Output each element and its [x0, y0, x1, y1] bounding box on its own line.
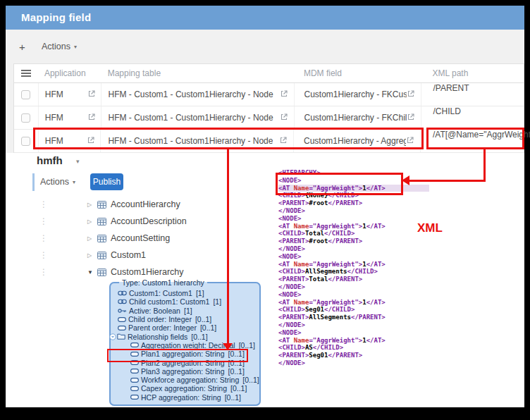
tooltip-field-cardinality: [0..1] — [228, 350, 245, 358]
tree-item-custom1[interactable]: ⋮▷Custom1 — [31, 249, 146, 261]
page-title-bar: Mapping field — [6, 6, 524, 30]
folder-icon — [117, 333, 125, 340]
expand-caret-icon[interactable]: ▷ — [87, 202, 96, 208]
pill-icon — [130, 378, 139, 383]
model-selector[interactable]: hmfh — [37, 154, 63, 166]
mdm-field-name: Custom1Hierarchy - FKChildCus... — [304, 113, 407, 123]
tooltip-field: HCP aggregation: String[0..1] — [130, 393, 259, 402]
mapping-table-section: + Actions▾ Application Mapping table MDM… — [6, 30, 524, 153]
row-checkbox[interactable] — [21, 113, 30, 123]
xml-line: <NODE> — [278, 253, 429, 261]
annotation-arrow-line — [483, 149, 486, 182]
tooltip-field-label: Parent order: Integer — [128, 323, 197, 332]
expand-caret-icon[interactable]: ▷ — [87, 235, 96, 242]
tree-item-accountdescription[interactable]: ⋮▷AccountDescription — [31, 215, 187, 228]
tooltip-field-label: HCP aggregation: String — [141, 393, 221, 402]
page-title: Mapping field — [21, 11, 91, 23]
table-row[interactable]: HFMHFM - Custom1 - Custom1Hierarchy - No… — [14, 83, 524, 106]
table-row[interactable]: HFMHFM - Custom1 - Custom1Hierarchy - No… — [14, 106, 524, 130]
external-link-icon[interactable] — [87, 113, 96, 123]
external-link-icon[interactable] — [280, 113, 288, 123]
table-row[interactable]: HFMHFM - Custom1 - Custom1Hierarchy - No… — [14, 130, 524, 153]
row-select-cell — [14, 90, 38, 99]
cell-xml-path: /PARENT — [421, 83, 524, 106]
external-link-icon[interactable] — [279, 136, 288, 147]
drag-handle-icon[interactable]: ⋮ — [39, 268, 45, 276]
tree-item-accountsetting[interactable]: ⋮▷AccountSetting — [31, 232, 170, 245]
tooltip-field-label: Capex aggregation: String — [141, 384, 227, 393]
tooltip-field-label: Child order: Integer — [128, 315, 192, 323]
cell-mdm-field: Custom1Hierarchy - Aggregation... — [293, 130, 420, 152]
tooltip-field: Parent order: Integer[0..1] — [118, 323, 259, 332]
xml-path-value: /AT[@Name="AggrWeight"] — [433, 130, 530, 140]
column-header-mdm-field: MDM field — [294, 68, 421, 78]
publish-button[interactable]: Publish — [90, 173, 123, 190]
row-checkbox[interactable] — [21, 137, 30, 146]
column-header-application: Application — [38, 68, 101, 78]
drag-handle-icon[interactable]: ⋮ — [39, 201, 45, 208]
xml-annotation-label: XML — [417, 221, 443, 235]
xml-path-value: /CHILD — [433, 106, 461, 116]
mapping-field-table: Application Mapping table MDM field XML … — [13, 63, 524, 153]
chevron-down-icon[interactable]: ▾ — [76, 158, 80, 165]
table-icon — [97, 235, 106, 242]
xml-line: </NODE> — [278, 207, 429, 215]
external-link-icon[interactable] — [407, 89, 415, 100]
external-link-icon[interactable] — [87, 136, 95, 147]
cell-application: HFM — [38, 83, 101, 106]
pill-icon — [130, 360, 139, 365]
tree-item-accounthierarchy[interactable]: ⋮▷AccountHierarchy — [31, 198, 180, 211]
tooltip-field-cardinality: [0..1] — [195, 315, 211, 323]
cell-mapping-table: HFM - Custom1 - Custom1Hierarchy - Node — [101, 106, 294, 129]
cell-mdm-field: Custom1Hierarchy - FKChildCus... — [294, 106, 421, 129]
tooltip-field-cardinality: [1] — [196, 289, 204, 297]
tooltip-field: Plan1 aggregation: String[0..1] — [130, 350, 259, 358]
tooltip-field-cardinality: [0..1] — [225, 393, 241, 402]
row-checkbox[interactable] — [21, 90, 30, 99]
pill-icon — [130, 395, 139, 400]
tooltip-field-label: Plan3 aggregation: String — [141, 367, 225, 376]
tooltip-field-label: Workforce aggregation: String — [141, 376, 239, 384]
pill-icon — [118, 317, 126, 322]
tooltip-field-label: Custom1: Custom1 — [129, 289, 192, 297]
external-link-icon[interactable] — [406, 136, 414, 147]
tooltip-field-cardinality: [0..1] — [228, 359, 245, 367]
mapping-table-name: HFM - Custom1 - Custom1Hierarchy - Node — [109, 113, 273, 123]
external-link-icon[interactable] — [280, 89, 288, 100]
external-link-icon[interactable] — [87, 89, 96, 100]
annotation-arrow-line — [409, 180, 486, 182]
tree-item-label: AccountDescription — [111, 216, 187, 226]
application-name: HFM — [45, 113, 63, 123]
tooltip-field: Custom1: Custom1[1] — [118, 289, 259, 297]
drag-handle-icon[interactable]: ⋮ — [39, 235, 45, 242]
tooltip-field-label: Child custom1: Custom1 — [129, 297, 209, 306]
xml-line: <CHILD>AS</CHILD> — [278, 344, 429, 352]
panel-actions-dropdown[interactable]: Actions▾ — [40, 177, 75, 187]
drag-handle-icon[interactable]: ⋮ — [39, 218, 45, 225]
drag-handle-icon[interactable]: ⋮ — [39, 252, 45, 259]
cell-application: HFM — [38, 130, 101, 152]
tooltip-field-label: Plan2 aggregation: String — [141, 359, 225, 367]
xml-line: <NODE> — [278, 329, 429, 337]
expander-icon[interactable] — [109, 333, 116, 340]
mdm-field-name: Custom1Hierarchy - Aggregation... — [304, 136, 406, 146]
chain-icon — [118, 290, 127, 296]
application-name: HFM — [45, 89, 63, 99]
table-menu-cell[interactable] — [14, 70, 38, 77]
tree-item-label: AccountSetting — [111, 233, 170, 243]
add-button[interactable]: + — [19, 41, 33, 53]
xml-line: </NODE> — [278, 359, 429, 367]
external-link-icon[interactable] — [407, 113, 415, 123]
expand-caret-icon[interactable]: ▷ — [87, 218, 96, 225]
actions-dropdown[interactable]: Actions▾ — [42, 42, 77, 51]
tooltip-field-label: Aggregation weight: Decimal — [141, 341, 235, 350]
tooltip-field-cardinality: [0..1] — [242, 376, 259, 384]
expand-caret-icon[interactable]: ▷ — [87, 252, 96, 259]
collapse-caret-icon[interactable]: ▼ — [87, 269, 96, 276]
xml-line: <NODE> — [278, 291, 429, 299]
xml-line: <AT Name="AggrWeight">1</AT> — [278, 261, 429, 268]
tooltip-field-cardinality: [0..1] — [200, 323, 216, 332]
xml-path-value: /PARENT — [433, 83, 469, 93]
tooltip-field: Aggregation weight: Decimal[0..1] — [130, 341, 259, 350]
tree-item-custom1hierarchy[interactable]: ⋮▼Custom1Hierarchy — [31, 266, 184, 278]
